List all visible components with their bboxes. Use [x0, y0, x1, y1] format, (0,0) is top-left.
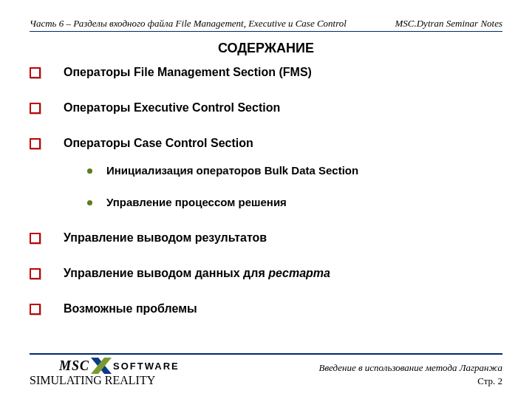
footer-divider — [30, 353, 502, 355]
square-bullet-icon — [30, 67, 41, 78]
list-item: Возможные проблемы — [30, 301, 502, 316]
page-title: СОДЕРЖАНИЕ — [30, 41, 502, 56]
logo-x-icon — [91, 358, 112, 374]
sub-list-item: Управление процессом решения — [87, 196, 502, 210]
dot-bullet-icon — [87, 168, 92, 174]
list-item-text-em: рестарта — [268, 267, 330, 279]
header-left: Часть 6 – Разделы входного файла File Ma… — [30, 18, 347, 30]
list-item-text: Операторы Case Control Section — [64, 137, 253, 149]
logo-msc-text: MSC — [59, 358, 89, 374]
list-item-text: Управление выводом результатов — [64, 231, 267, 244]
square-bullet-icon — [30, 103, 41, 114]
list-item: Операторы Executive Control Section — [30, 100, 502, 115]
header: Часть 6 – Разделы входного файла File Ma… — [30, 18, 502, 32]
list-item-text: Операторы Executive Control Section — [64, 101, 280, 114]
slide: Часть 6 – Разделы входного файла File Ma… — [0, 0, 532, 399]
square-bullet-icon — [30, 233, 41, 244]
footer: MSC SOFTWARE SIMULATING REALITY Введение… — [30, 353, 502, 387]
footer-text: Введение в использование метода Лагранжа… — [318, 362, 502, 387]
footer-subtitle: Введение в использование метода Лагранжа — [318, 362, 502, 374]
logo-software-text: SOFTWARE — [113, 361, 180, 372]
list-item: Операторы Case Control Section Инициализ… — [30, 136, 502, 210]
content-list: Операторы File Management Section (FMS) … — [30, 65, 502, 316]
sub-list-item: Инициализация операторов Bulk Data Secti… — [87, 164, 502, 178]
logo: MSC SOFTWARE SIMULATING REALITY — [30, 358, 180, 387]
logo-tagline: SIMULATING REALITY — [30, 374, 180, 387]
list-item-text: Операторы File Management Section (FMS) — [64, 66, 312, 78]
header-right: MSC.Dytran Seminar Notes — [395, 18, 502, 30]
list-item-text: Возможные проблемы — [64, 302, 197, 315]
square-bullet-icon — [30, 304, 41, 315]
square-bullet-icon — [30, 268, 41, 279]
square-bullet-icon — [30, 138, 41, 149]
sub-list: Инициализация операторов Bulk Data Secti… — [87, 164, 502, 210]
list-item: Операторы File Management Section (FMS) — [30, 65, 502, 80]
list-item: Управление выводом результатов — [30, 231, 502, 245]
page-number: Стр. 2 — [318, 375, 502, 387]
list-item: Управление выводом данных для рестарта — [30, 266, 502, 281]
dot-bullet-icon — [87, 200, 92, 205]
list-item-text-prefix: Управление выводом данных для — [64, 267, 268, 279]
sub-list-item-text: Управление процессом решения — [106, 196, 287, 208]
sub-list-item-text: Инициализация операторов Bulk Data Secti… — [106, 164, 358, 177]
